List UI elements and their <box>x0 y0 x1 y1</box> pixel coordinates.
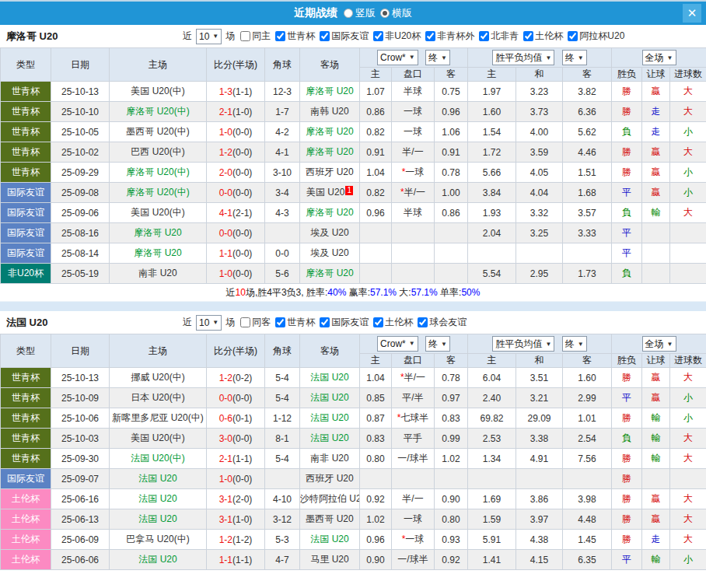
avg-home-cell: 6.04 <box>468 368 516 388</box>
away-odds-cell: 0.78 <box>435 368 468 388</box>
avg-time-select[interactable]: 终▼ <box>562 336 587 352</box>
away-team-cell: 法国 U20 <box>300 408 360 429</box>
avg-away-cell: 1.45 <box>563 530 612 550</box>
league-checkbox[interactable] <box>479 31 489 41</box>
same-venue-option[interactable]: 同客 <box>237 316 271 329</box>
away-odds-cell: 0.97 <box>435 388 468 408</box>
vertical-layout-radio[interactable] <box>344 9 353 18</box>
handicap-result-cell: 贏 <box>642 388 670 408</box>
league-checkbox[interactable] <box>523 31 533 41</box>
handicap-cell: *七球半 <box>392 408 435 429</box>
type-badge-cell: 世青杯 <box>1 368 51 388</box>
league-checkbox[interactable] <box>418 317 428 327</box>
league-filter-option[interactable]: 土伦杯 <box>520 30 563 43</box>
avg-home-cell: 69.82 <box>468 408 516 429</box>
games-count-value: 10 <box>199 31 209 42</box>
same-venue-checkbox[interactable] <box>240 317 250 327</box>
league-checkbox[interactable] <box>275 31 285 41</box>
team-count-badge: 1 <box>345 186 353 195</box>
fulltime-score: 1-2 <box>219 147 232 158</box>
league-checkbox[interactable] <box>320 31 330 41</box>
halftime-score: (0-0) <box>232 228 252 239</box>
result-cell: 平 <box>612 223 642 243</box>
sub-col-header: 主 <box>360 68 392 82</box>
handicap-result-cell: 贏 <box>642 368 670 388</box>
away-odds-cell: 1.02 <box>435 449 468 469</box>
match-row: 世青杯25-10-09日本 U20(中)0-0(0-0)5-4法国 U200.8… <box>1 388 706 408</box>
league-checkbox[interactable] <box>373 317 383 327</box>
col-header-score: 比分(半场) <box>207 48 265 82</box>
odds-time-select[interactable]: 终▼ <box>425 50 450 65</box>
result-cell: 平 <box>612 243 642 264</box>
home-team-cell: 摩洛哥 U20 <box>110 223 207 243</box>
horizontal-layout-radio[interactable] <box>380 9 390 18</box>
halftime-score: (1-1) <box>232 453 252 464</box>
odds-time-select[interactable]: 终▼ <box>425 336 450 352</box>
home-team-cell: 美国 U20(中) <box>110 203 207 223</box>
handicap-result-cell: 輸 <box>642 550 670 570</box>
vertical-layout-label[interactable]: 竖版 <box>355 6 376 20</box>
scope-select[interactable]: 全场▼ <box>642 336 676 352</box>
close-button[interactable]: ✕ <box>683 4 701 23</box>
handicap-result-cell: 輸 <box>642 429 670 449</box>
match-row: 世青杯25-10-13美国 U20(中)1-3(1-1)12-3摩洛哥 U201… <box>1 82 706 102</box>
games-count-select[interactable]: 10▼ <box>196 29 222 44</box>
odds-company-select[interactable]: Crow*▼ <box>377 50 418 65</box>
same-venue-checkbox[interactable] <box>240 31 250 41</box>
games-suffix-label: 场 <box>225 316 235 329</box>
avg-away-cell: 1.01 <box>563 408 612 429</box>
league-filter-option[interactable]: 非青杯外 <box>422 30 474 43</box>
avg-away-cell: 3.98 <box>563 489 612 509</box>
goals-result-cell: 大 <box>670 489 706 509</box>
avg-away-cell: 2.54 <box>563 429 612 449</box>
section-separator <box>0 301 706 311</box>
scope-select[interactable]: 全场▼ <box>642 50 676 65</box>
home-odds-cell <box>360 243 392 264</box>
avg-odds-select[interactable]: 胜平负均值▼ <box>492 50 554 65</box>
chevron-down-icon: ▼ <box>212 33 218 40</box>
goals-result-cell: 小 <box>670 550 706 570</box>
matches-table: 类型 日期 主场 比分(半场) 角球 客场 Crow*▼ 终▼ 胜平负均值▼ 终… <box>0 47 706 284</box>
date-cell: 25-06-06 <box>51 550 110 570</box>
odds-company-select[interactable]: Crow*▼ <box>377 336 418 352</box>
league-filter-option[interactable]: 世青杯 <box>272 30 315 43</box>
league-filter-option[interactable]: 土伦杯 <box>370 316 413 329</box>
avg-home-cell: 1.72 <box>468 142 516 163</box>
type-badge-cell: 土伦杯 <box>1 550 51 570</box>
league-checkbox[interactable] <box>568 31 578 41</box>
league-filter-option[interactable]: 非U20杯 <box>370 30 421 43</box>
summary-segment: 场,胜4平3负3, 胜率: <box>246 287 327 298</box>
score-cell: 1-0(0-0) <box>207 122 265 142</box>
same-venue-option[interactable]: 同主 <box>237 30 271 43</box>
league-checkbox[interactable] <box>373 31 383 41</box>
league-filter-option[interactable]: 世青杯 <box>272 316 315 329</box>
match-row: 世青杯25-10-13挪威 U20(中)1-2(0-2)5-4法国 U201.0… <box>1 368 706 388</box>
league-filter-option[interactable]: 北非青 <box>476 30 519 43</box>
horizontal-layout-label[interactable]: 横版 <box>392 6 412 20</box>
avg-draw-cell: 4.38 <box>516 530 563 550</box>
league-filter-option[interactable]: 球会友谊 <box>414 316 467 329</box>
league-filter-option[interactable]: 阿拉杯U20 <box>564 30 624 43</box>
away-team-cell: 西班牙 U20 <box>300 469 360 489</box>
home-team-cell: 法国 U20 <box>110 489 207 509</box>
halftime-score: (0-0) <box>232 187 252 198</box>
away-team-cell: 法国 U20 <box>300 368 360 388</box>
chevron-down-icon: ▼ <box>441 54 447 61</box>
match-row: 世青杯25-10-03美国 U20(中)3-0(0-0)8-1法国 U200.8… <box>1 429 706 449</box>
avg-odds-select[interactable]: 胜平负均值▼ <box>492 336 554 352</box>
games-count-select[interactable]: 10▼ <box>196 315 222 331</box>
col-header-away: 客场 <box>300 334 360 368</box>
sub-col-header: 进球数 <box>670 354 706 368</box>
handicap-cell: 平/半 <box>392 388 435 408</box>
score-cell: 2-0(0-0) <box>207 163 265 183</box>
avg-time-select[interactable]: 终▼ <box>562 50 587 65</box>
away-team-cell: 西班牙 U20 <box>300 163 360 183</box>
league-checkbox[interactable] <box>320 317 330 327</box>
league-filter-option[interactable]: 国际友谊 <box>316 316 369 329</box>
league-checkbox[interactable] <box>275 317 285 327</box>
result-cell: 勝 <box>612 163 642 183</box>
home-odds-cell: 0.83 <box>360 429 392 449</box>
handicap-result-cell <box>642 243 670 264</box>
league-checkbox[interactable] <box>425 31 435 41</box>
league-filter-option[interactable]: 国际友谊 <box>316 30 369 43</box>
